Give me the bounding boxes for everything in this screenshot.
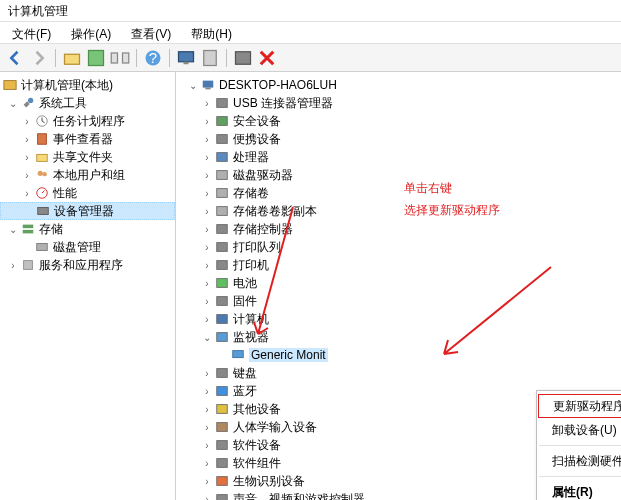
device-category[interactable]: ›安全设备 <box>176 112 621 130</box>
device-category[interactable]: ›USB 连接器管理器 <box>176 94 621 112</box>
expand-icon[interactable]: › <box>200 168 214 182</box>
svg-rect-33 <box>217 243 228 252</box>
expand-icon[interactable]: › <box>20 168 34 182</box>
svg-rect-10 <box>4 81 16 90</box>
tree-disk[interactable]: 磁盘管理 <box>0 238 175 256</box>
menu-help[interactable]: 帮助(H) <box>183 24 240 41</box>
device-category[interactable]: ›存储控制器 <box>176 220 621 238</box>
expand-icon[interactable]: › <box>200 384 214 398</box>
expand-icon[interactable]: › <box>200 186 214 200</box>
svg-rect-36 <box>217 297 228 306</box>
ctx-uninstall[interactable]: 卸载设备(U) <box>538 418 621 442</box>
tree-event[interactable]: ›事件查看器 <box>0 130 175 148</box>
computer-icon-btn[interactable] <box>199 47 221 69</box>
storage-icon <box>20 221 36 237</box>
tools-icon <box>20 95 36 111</box>
collapse-icon[interactable]: ⌄ <box>6 96 20 110</box>
tree-perf[interactable]: ›性能 <box>0 184 175 202</box>
tree-users[interactable]: ›本地用户和组 <box>0 166 175 184</box>
folder-icon <box>34 149 50 165</box>
collapse-icon[interactable]: ⌄ <box>6 222 20 236</box>
device-category[interactable]: ›存储卷卷影副本 <box>176 202 621 220</box>
enable-button[interactable] <box>232 47 254 69</box>
device-root[interactable]: ⌄DESKTOP-HAO6LUH <box>176 76 621 94</box>
svg-rect-18 <box>38 208 49 215</box>
expand-icon[interactable]: › <box>200 258 214 272</box>
device-icon <box>214 131 230 147</box>
tree-storage[interactable]: ⌄存储 <box>0 220 175 238</box>
device-icon <box>214 329 230 345</box>
tree-root[interactable]: 计算机管理(本地) <box>0 76 175 94</box>
monitor-icon-btn[interactable] <box>175 47 197 69</box>
device-category[interactable]: ›磁盘驱动器 <box>176 166 621 184</box>
svg-rect-13 <box>38 134 47 145</box>
menu-view[interactable]: 查看(V) <box>123 24 179 41</box>
device-icon <box>214 113 230 129</box>
expand-icon[interactable]: › <box>200 222 214 236</box>
expand-icon[interactable]: › <box>200 492 214 500</box>
help2-button[interactable]: ? <box>142 47 164 69</box>
disable-button[interactable] <box>256 47 278 69</box>
svg-rect-3 <box>123 53 129 63</box>
tree-services[interactable]: ›服务和应用程序 <box>0 256 175 274</box>
services-icon <box>20 257 36 273</box>
expand-icon[interactable]: › <box>20 114 34 128</box>
expand-icon[interactable]: › <box>6 258 20 272</box>
svg-rect-39 <box>233 351 244 358</box>
expand-icon[interactable]: › <box>200 312 214 326</box>
tree-task[interactable]: ›任务计划程序 <box>0 112 175 130</box>
expand-icon[interactable]: ⌄ <box>200 330 214 344</box>
collapse-icon[interactable]: ⌄ <box>186 78 200 92</box>
expand-icon[interactable]: › <box>200 276 214 290</box>
computer-icon <box>200 77 216 93</box>
device-icon <box>214 275 230 291</box>
forward-button[interactable] <box>28 47 50 69</box>
tree-devmgr[interactable]: 设备管理器 <box>0 202 175 220</box>
left-tree: 计算机管理(本地) ⌄系统工具 ›任务计划程序 ›事件查看器 ›共享文件夹 ›本… <box>0 72 176 500</box>
expand-icon[interactable]: › <box>200 366 214 380</box>
show-button[interactable] <box>85 47 107 69</box>
expand-icon[interactable]: › <box>200 456 214 470</box>
device-icon <box>214 221 230 237</box>
ctx-properties[interactable]: 属性(R) <box>538 480 621 500</box>
expand-icon[interactable]: › <box>20 150 34 164</box>
device-category[interactable]: ›处理器 <box>176 148 621 166</box>
expand-icon[interactable]: › <box>200 402 214 416</box>
tree-systools[interactable]: ⌄系统工具 <box>0 94 175 112</box>
devmgr-icon <box>35 203 51 219</box>
svg-rect-1 <box>89 50 104 65</box>
mmc-icon <box>2 77 18 93</box>
expand-icon[interactable]: › <box>20 132 34 146</box>
annotation-arrow-left <box>248 202 298 342</box>
expand-icon[interactable]: › <box>200 420 214 434</box>
device-icon <box>214 167 230 183</box>
ctx-scan[interactable]: 扫描检测硬件改动(A) <box>538 449 621 473</box>
device-icon <box>214 95 230 111</box>
svg-rect-47 <box>217 495 228 500</box>
expand-icon[interactable]: › <box>20 186 34 200</box>
ctx-update-driver[interactable]: 更新驱动程序(P) <box>538 394 621 418</box>
expand-icon[interactable]: › <box>200 240 214 254</box>
props-button[interactable] <box>109 47 131 69</box>
svg-point-16 <box>42 172 46 176</box>
device-category[interactable]: ›存储卷 <box>176 184 621 202</box>
expand-icon[interactable]: › <box>200 438 214 452</box>
expand-icon[interactable]: › <box>200 114 214 128</box>
device-category[interactable]: ›键盘 <box>176 364 621 382</box>
up-button[interactable] <box>61 47 83 69</box>
tree-share[interactable]: ›共享文件夹 <box>0 148 175 166</box>
back-button[interactable] <box>4 47 26 69</box>
device-category[interactable]: ›打印队列 <box>176 238 621 256</box>
expand-icon[interactable]: › <box>200 150 214 164</box>
svg-rect-6 <box>179 51 194 61</box>
svg-rect-2 <box>111 53 117 63</box>
expand-icon[interactable]: › <box>200 474 214 488</box>
svg-rect-7 <box>184 61 189 64</box>
expand-icon[interactable]: › <box>200 204 214 218</box>
expand-icon[interactable]: › <box>200 294 214 308</box>
device-category[interactable]: ›便携设备 <box>176 130 621 148</box>
expand-icon[interactable]: › <box>200 132 214 146</box>
menu-action[interactable]: 操作(A) <box>63 24 119 41</box>
menu-file[interactable]: 文件(F) <box>4 24 59 41</box>
expand-icon[interactable]: › <box>200 96 214 110</box>
